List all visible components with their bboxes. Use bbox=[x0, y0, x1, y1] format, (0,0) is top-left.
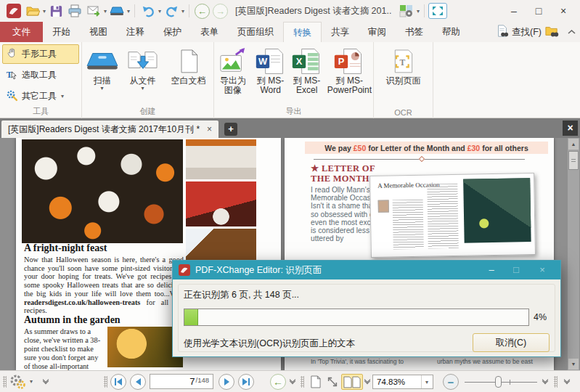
dialog-title-bar[interactable]: PDF-XChange Editor: 识别页面 bbox=[173, 261, 560, 279]
next-page-button[interactable] bbox=[218, 374, 234, 390]
clipping-text-column bbox=[427, 184, 459, 249]
expand-more-icon[interactable] bbox=[565, 377, 569, 383]
previous-page-button[interactable] bbox=[130, 374, 146, 390]
scan-button[interactable]: 扫描 ▾ bbox=[83, 44, 121, 92]
tab-help[interactable]: 帮助 bbox=[433, 22, 470, 42]
pet-costume-photo bbox=[186, 181, 256, 226]
scanner-button[interactable] bbox=[108, 2, 126, 20]
tab-protect[interactable]: 保护 bbox=[154, 22, 191, 42]
zoom-slider[interactable] bbox=[465, 375, 537, 389]
history-forward-button[interactable]: → bbox=[213, 4, 228, 19]
expand-view-icon[interactable] bbox=[365, 377, 369, 383]
close-button[interactable]: × bbox=[551, 1, 576, 20]
undo-button[interactable] bbox=[139, 2, 157, 20]
close-document-button[interactable]: × bbox=[563, 121, 578, 136]
tab-bookmarks[interactable]: 书签 bbox=[396, 22, 433, 42]
email-dropdown-icon[interactable]: ▾ bbox=[104, 8, 107, 15]
ocr-page-icon: T bbox=[389, 46, 418, 76]
tab-close-icon[interactable]: × bbox=[207, 124, 212, 134]
first-page-button[interactable] bbox=[110, 374, 126, 390]
expand-nav-icon[interactable] bbox=[290, 377, 295, 383]
redo-dropdown-icon[interactable]: ▾ bbox=[181, 8, 184, 15]
zoom-level-combo[interactable]: 74.83% ▾ bbox=[372, 375, 433, 389]
bottom-text-left: In 'Top Trivia', it was fascinating to bbox=[311, 358, 427, 365]
toolbar-grip[interactable] bbox=[554, 376, 557, 388]
tab-organize[interactable]: 页面组织 bbox=[228, 22, 283, 42]
single-page-view-button[interactable] bbox=[306, 374, 324, 390]
expand-toolbar-icon[interactable] bbox=[44, 377, 48, 383]
last-page-button[interactable] bbox=[238, 374, 254, 390]
blank-document-icon bbox=[174, 46, 203, 76]
document-area: A fright-night feast Now that Halloween … bbox=[0, 138, 580, 370]
gear-wrench-icon bbox=[6, 89, 18, 104]
cat-photo bbox=[186, 139, 256, 179]
to-powerpoint-button[interactable]: P 到 MS-PowerPoint bbox=[326, 44, 373, 97]
other-tools-button[interactable]: 其它工具 ▾ bbox=[2, 86, 79, 106]
cancel-button[interactable]: 取消(C) bbox=[473, 333, 550, 352]
tab-view[interactable]: 视图 bbox=[80, 22, 117, 42]
tab-form[interactable]: 表单 bbox=[191, 22, 228, 42]
banner-text-mid: for Letter of the Month and bbox=[366, 144, 467, 152]
session-dropdown-icon[interactable]: ▾ bbox=[417, 8, 420, 15]
vertical-scrollbar[interactable]: ▲ ▼ bbox=[568, 138, 579, 370]
ms-excel-icon: X bbox=[291, 46, 323, 76]
tab-file[interactable]: 文件 bbox=[0, 22, 43, 42]
scrollbar-thumb[interactable] bbox=[568, 151, 579, 170]
fullscreen-button[interactable] bbox=[428, 3, 447, 19]
feast-paragraph: Now that Halloween season is here, there… bbox=[24, 256, 184, 315]
zoom-out-button[interactable]: − bbox=[443, 374, 459, 390]
find-label[interactable]: 查找(F) bbox=[512, 26, 542, 38]
scroll-down-icon[interactable]: ▼ bbox=[568, 359, 579, 369]
options-gears-button[interactable] bbox=[9, 374, 26, 392]
search-folder-icon[interactable] bbox=[544, 25, 559, 40]
dialog-minimize-button[interactable]: – bbox=[483, 264, 499, 275]
tab-review[interactable]: 审阅 bbox=[359, 22, 396, 42]
options-caret-icon[interactable]: ▾ bbox=[30, 378, 33, 385]
blank-document-button[interactable]: 空白文档 bbox=[165, 44, 213, 92]
two-page-view-button[interactable] bbox=[341, 374, 363, 390]
save-button[interactable] bbox=[47, 2, 65, 20]
hand-tool-label: 手形工具 bbox=[22, 48, 57, 60]
tab-home[interactable]: 开始 bbox=[43, 22, 80, 42]
session-icon[interactable] bbox=[398, 2, 415, 20]
tab-convert[interactable]: 转换 bbox=[283, 22, 322, 42]
banner-amount-50: £50 bbox=[354, 144, 367, 152]
scanner-dropdown-icon[interactable]: ▾ bbox=[127, 8, 130, 15]
to-word-button[interactable]: W 到 MS-Word bbox=[253, 44, 288, 97]
from-file-button[interactable]: 从文件 ▾ bbox=[123, 44, 163, 92]
expand-zoom-icon[interactable] bbox=[543, 377, 547, 383]
progress-percent: 4% bbox=[534, 312, 547, 322]
feast-body: Now that Halloween season is here, there… bbox=[24, 256, 184, 298]
open-file-button[interactable] bbox=[24, 2, 41, 20]
dialog-close-button[interactable]: × bbox=[534, 264, 550, 275]
to-excel-button[interactable]: X 到 MS-Excel bbox=[290, 44, 324, 97]
select-tool-button[interactable]: T 选取工具 bbox=[2, 65, 79, 85]
find-document-icon[interactable] bbox=[496, 25, 509, 40]
fit-page-button[interactable] bbox=[324, 374, 341, 390]
document-tab[interactable]: [英国版]Readers Digest 读者文摘 2017年10月刊 * × bbox=[1, 121, 218, 138]
toolbar-grip[interactable] bbox=[301, 376, 304, 388]
collapse-ribbon-button[interactable] bbox=[568, 27, 576, 37]
redo-button[interactable] bbox=[163, 2, 180, 20]
export-image-button[interactable]: 导出为图像 bbox=[214, 44, 252, 97]
email-button[interactable] bbox=[85, 2, 102, 20]
toolbar-grip[interactable] bbox=[3, 376, 7, 388]
print-button[interactable] bbox=[66, 2, 83, 20]
slider-thumb[interactable] bbox=[495, 376, 502, 388]
undo-dropdown-icon[interactable]: ▾ bbox=[158, 8, 161, 15]
open-dropdown-icon[interactable]: ▾ bbox=[43, 8, 46, 15]
previous-view-button[interactable]: ← bbox=[270, 374, 286, 390]
recognize-pages-button[interactable]: T 识别页面 bbox=[380, 44, 428, 87]
hand-tool-button[interactable]: 手形工具 bbox=[2, 44, 79, 64]
history-back-button[interactable]: ← bbox=[195, 4, 210, 19]
page-number-input[interactable]: 7 /148 bbox=[150, 374, 213, 389]
toolbar-grip[interactable] bbox=[104, 376, 107, 388]
new-tab-button[interactable]: + bbox=[224, 123, 237, 136]
minimize-button[interactable]: – bbox=[502, 1, 526, 20]
dialog-maximize-button: □ bbox=[508, 264, 524, 275]
clipping-text-column bbox=[393, 200, 424, 250]
scroll-up-icon[interactable]: ▲ bbox=[568, 139, 579, 150]
tab-share[interactable]: 共享 bbox=[322, 22, 359, 42]
tab-comment[interactable]: 注释 bbox=[117, 22, 154, 42]
maximize-button[interactable]: □ bbox=[526, 1, 551, 20]
